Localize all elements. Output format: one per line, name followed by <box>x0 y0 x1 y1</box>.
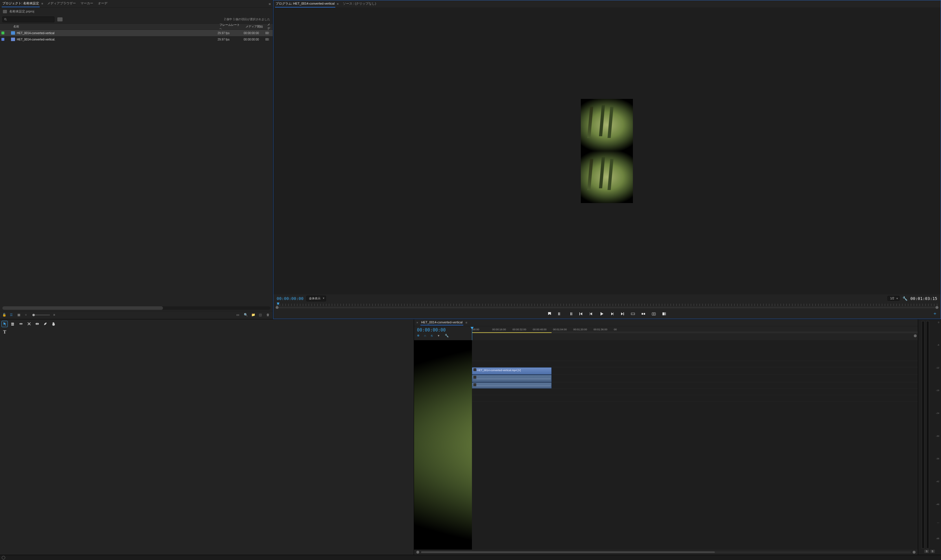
project-h-scrollbar[interactable] <box>2 306 270 310</box>
zoom-handle-right[interactable] <box>913 551 916 554</box>
zoom-dropdown[interactable]: 1/2 <box>887 296 899 301</box>
solo-right-button[interactable]: S <box>930 549 935 553</box>
video-track-header[interactable]: 🔒 V1 ▭ 👁 <box>414 367 472 375</box>
auto-match-icon[interactable]: ▭ <box>236 313 240 317</box>
video-bottom-eye <box>581 151 633 203</box>
tab-project[interactable]: プロジェクト: 名称未設定 <box>2 0 40 7</box>
selection-tool[interactable] <box>2 321 8 327</box>
zoom-handle-left[interactable] <box>276 306 279 309</box>
tab-program[interactable]: プログラム: HET_0014-converted-vertical <box>275 0 335 8</box>
project-columns-header: 名前 フレームレート ヘ メディア開始 メデ <box>0 23 273 30</box>
col-fps[interactable]: フレームレート ヘ <box>218 23 244 30</box>
project-item-row[interactable]: HET_0014-converted-vertical. 29.97 fps 0… <box>0 36 273 43</box>
settings-wrench-icon[interactable]: 🔧 <box>902 296 907 301</box>
program-scrub-bar[interactable] <box>273 303 941 309</box>
thumbnail-size-slider[interactable] <box>32 315 50 315</box>
project-item-row[interactable]: HET_0014-converted-vertical 29.97 fps 00… <box>0 30 273 36</box>
fx-badge-icon[interactable] <box>474 376 476 378</box>
program-current-timecode[interactable]: 00:00:00:00 <box>277 296 304 301</box>
add-marker-button[interactable] <box>547 311 552 317</box>
label-color-chip[interactable] <box>2 38 5 41</box>
mark-out-button[interactable] <box>568 311 573 317</box>
icon-view-icon[interactable]: ▦ <box>17 313 22 317</box>
fx-badge-icon[interactable] <box>474 368 476 371</box>
close-sequence-icon[interactable]: × <box>417 321 418 324</box>
project-filename: 名称未設定.prproj <box>9 9 34 14</box>
step-forward-button[interactable] <box>609 311 615 317</box>
timeline-playhead-timecode[interactable]: 00:00:00:00 <box>417 328 469 333</box>
linked-selection-icon[interactable]: ⎋ <box>431 334 435 338</box>
audio-clip[interactable] <box>472 382 552 388</box>
button-editor-icon[interactable]: ＋ <box>933 311 937 317</box>
play-button[interactable] <box>599 311 604 317</box>
eye-icon[interactable]: 👁 <box>435 369 439 372</box>
export-frame-button[interactable] <box>651 311 656 317</box>
panel-menu-icon[interactable]: ≡ <box>466 321 467 324</box>
trash-icon[interactable]: 🗑 <box>266 313 270 317</box>
tab-media-browser[interactable]: メディアブラウザー <box>46 0 76 7</box>
video-top-eye <box>581 99 633 151</box>
hand-tool[interactable] <box>50 321 56 327</box>
zoom-handle-left[interactable] <box>417 551 419 554</box>
write-lock-icon[interactable]: 🔓 <box>2 313 6 317</box>
program-video-viewport[interactable] <box>273 8 941 294</box>
meter-channel-left <box>922 321 924 548</box>
pen-tool[interactable] <box>42 321 48 327</box>
go-to-in-button[interactable] <box>578 311 583 317</box>
sequence-tab[interactable]: HET_0014-converted-vertical <box>420 320 463 325</box>
freeform-view-icon[interactable]: ○ <box>25 313 29 317</box>
tab-markers[interactable]: マーカー <box>80 0 94 7</box>
audio-meter-scale: 0 -6 -12 -18 -24 -30 -36 -42 -48 — dB <box>919 321 940 548</box>
step-back-button[interactable] <box>589 311 594 317</box>
solo-left-button[interactable]: S <box>924 549 929 553</box>
fx-badge-icon[interactable] <box>474 383 476 386</box>
item-fps: 29.97 fps <box>218 32 244 35</box>
track-headers: 🔒 V3 ▭ 👁 🔒 V2 ▭ 👁 🔒 <box>414 340 472 549</box>
timeline-h-scrollbar[interactable] <box>414 549 918 555</box>
slip-tool[interactable] <box>34 321 40 327</box>
video-clip[interactable]: HET_0014-converted-vertical.mp4 [V] <box>472 367 552 375</box>
audio-clip[interactable] <box>472 375 552 382</box>
sequence-icon <box>11 38 15 41</box>
svg-rect-4 <box>644 313 645 315</box>
sync-status-icon[interactable] <box>2 556 5 559</box>
find-icon[interactable]: 🔍 <box>244 313 248 317</box>
fit-dropdown[interactable]: 全体表示 <box>306 295 326 302</box>
work-area-bar[interactable] <box>472 332 552 333</box>
status-bar <box>0 555 941 560</box>
tabs-overflow-icon[interactable]: » <box>269 2 271 6</box>
timeline-ruler[interactable]: :00:00 00:00:16:00 00:00:32:00 00:00:48:… <box>472 326 918 340</box>
razor-tool[interactable] <box>26 321 32 327</box>
timeline-lanes[interactable]: HET_0014-converted-vertical.mp4 [V] <box>472 340 918 549</box>
tab-audio[interactable]: オーデ <box>97 0 108 7</box>
lift-button[interactable] <box>630 311 636 317</box>
col-media-start[interactable]: メディア開始 <box>244 25 265 29</box>
item-end: 00: <box>265 38 273 41</box>
sort-menu-icon[interactable]: ≡ <box>53 313 57 317</box>
panel-menu-icon[interactable]: ≡ <box>42 2 43 5</box>
ruler-zoom-handle[interactable] <box>914 334 917 337</box>
project-search-input[interactable] <box>2 17 54 22</box>
ripple-edit-tool[interactable] <box>18 321 24 327</box>
zoom-handle-right[interactable] <box>935 306 938 309</box>
program-tab-bar: プログラム: HET_0014-converted-vertical ≡ ソース… <box>273 0 941 8</box>
list-view-icon[interactable]: ☰ <box>10 313 14 317</box>
col-media-end[interactable]: メデ <box>265 23 273 31</box>
tab-source[interactable]: ソース : (クリップなし) <box>342 0 377 8</box>
timeline-settings-icon[interactable]: 🔧 <box>445 334 449 338</box>
snap-icon[interactable]: ∩ <box>424 334 428 338</box>
comparison-view-button[interactable] <box>662 311 667 317</box>
new-bin-icon[interactable]: 📁 <box>251 313 255 317</box>
timeline-marker-icon[interactable]: ▾ <box>438 334 442 338</box>
extract-button[interactable] <box>641 311 646 317</box>
go-to-out-button[interactable] <box>620 311 625 317</box>
mark-in-button[interactable] <box>557 311 563 317</box>
new-item-icon[interactable]: ◫ <box>259 313 263 317</box>
type-tool[interactable]: T <box>2 329 8 335</box>
panel-menu-icon[interactable]: ≡ <box>337 2 339 6</box>
new-bin-icon[interactable] <box>57 17 63 22</box>
label-color-chip[interactable] <box>2 32 5 34</box>
insert-mode-icon[interactable]: ❄ <box>417 334 421 338</box>
col-name[interactable]: 名前 <box>6 25 218 29</box>
track-select-tool[interactable] <box>10 321 15 327</box>
